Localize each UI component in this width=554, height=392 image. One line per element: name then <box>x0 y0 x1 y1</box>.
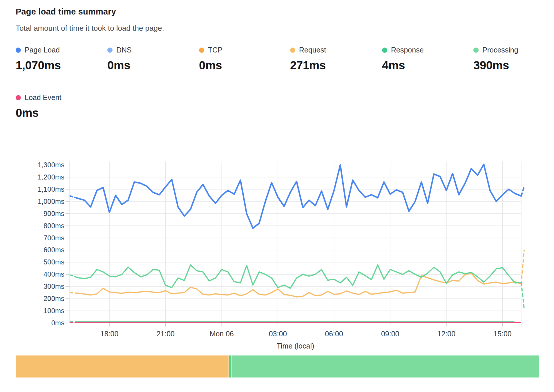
page-load-summary-panel: Page load time summary Total amount of t… <box>0 0 554 392</box>
x-axis-title: Time (local) <box>277 342 314 350</box>
page-load-line-dashed-start <box>70 196 78 198</box>
processing-line-dashed-end <box>521 283 524 308</box>
tcp-label: TCP <box>208 46 222 54</box>
x-tick-label: Mon 06 <box>210 330 234 338</box>
metric-summary-request: Request271ms <box>279 41 371 84</box>
metric-summary-tcp: TCP0ms <box>188 41 279 84</box>
metric-summary-dns: DNS0ms <box>96 41 188 84</box>
response-legend-dot-icon <box>382 48 387 53</box>
page-load-label: Page Load <box>25 46 60 54</box>
y-tick-label: 1,000ms <box>38 197 64 205</box>
x-tick-label: 15:00 <box>493 330 512 338</box>
y-tick-label: 800ms <box>44 222 64 230</box>
y-tick-label: 600ms <box>44 246 64 254</box>
status-segment-degraded-0[interactable] <box>16 355 229 378</box>
metric-summary-load-event: Load Event0ms <box>16 93 61 119</box>
uptime-status-bar <box>16 355 539 378</box>
x-tick-label: 21:00 <box>156 330 175 338</box>
x-tick-label: 03:00 <box>269 330 287 338</box>
metric-summary-row-2: Load Event0ms <box>16 93 61 119</box>
load-event-legend-dot-icon <box>16 95 21 100</box>
y-tick-label: 500ms <box>44 258 64 266</box>
processing-label: Processing <box>482 46 518 54</box>
line-chart-svg[interactable]: 0ms100ms200ms300ms400ms500ms600ms700ms80… <box>0 157 554 360</box>
load-event-value: 0ms <box>16 106 61 119</box>
dns-label: DNS <box>116 46 132 54</box>
metric-summary-row: Page Load1,070msDNS0msTCP0msRequest271ms… <box>16 41 537 84</box>
x-tick-label: 06:00 <box>325 330 343 338</box>
page-title: Page load time summary <box>16 7 116 17</box>
page-load-line-dashed-end <box>521 187 524 196</box>
page-load-line <box>78 164 522 228</box>
request-line-dashed-start <box>70 293 78 293</box>
y-tick-label: 1,100ms <box>38 185 64 193</box>
metric-summary-processing: Processing390ms <box>462 41 537 84</box>
request-line-dashed-end <box>521 250 524 284</box>
y-tick-label: 900ms <box>44 210 64 217</box>
metric-summary-response: Response4ms <box>371 41 462 84</box>
x-tick-label: 09:00 <box>381 330 399 338</box>
page-load-time-chart[interactable]: 0ms100ms200ms300ms400ms500ms600ms700ms80… <box>0 157 554 360</box>
request-label: Request <box>299 46 326 54</box>
response-value: 4ms <box>382 59 462 72</box>
response-label: Response <box>391 46 424 54</box>
page-subtitle: Total amount of time it took to load the… <box>16 24 164 33</box>
x-tick-label: 12:00 <box>437 330 456 338</box>
load-event-label: Load Event <box>25 93 61 102</box>
processing-legend-dot-icon <box>473 48 479 53</box>
request-value: 271ms <box>290 59 371 72</box>
y-tick-label: 100ms <box>44 307 64 315</box>
processing-line <box>78 265 522 288</box>
dns-value: 0ms <box>107 59 188 72</box>
x-tick-label: 18:00 <box>100 330 119 338</box>
y-tick-label: 1,300ms <box>38 161 64 169</box>
processing-line-dashed-start <box>70 275 78 278</box>
y-tick-label: 0ms <box>51 319 64 327</box>
page-load-legend-dot-icon <box>16 48 21 53</box>
tcp-value: 0ms <box>199 59 279 72</box>
y-tick-label: 400ms <box>44 270 64 278</box>
tcp-legend-dot-icon <box>199 48 204 53</box>
status-segment-up-2[interactable] <box>232 355 539 378</box>
status-segment-up-1[interactable] <box>229 355 231 378</box>
request-legend-dot-icon <box>290 48 295 53</box>
y-tick-label: 700ms <box>44 234 64 242</box>
y-tick-label: 300ms <box>44 282 64 290</box>
processing-value: 390ms <box>473 59 537 72</box>
dns-legend-dot-icon <box>107 48 113 53</box>
metric-summary-page-load: Page Load1,070ms <box>16 41 96 84</box>
page-load-value: 1,070ms <box>16 59 96 72</box>
y-tick-label: 1,200ms <box>38 173 64 181</box>
y-tick-label: 200ms <box>44 295 64 302</box>
